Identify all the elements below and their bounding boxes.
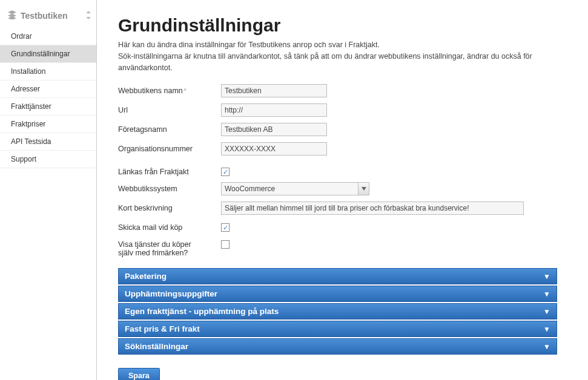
panel-upphamtning[interactable]: Upphämtningsuppgifter ▼ [118,286,557,302]
show-services-checkbox[interactable] [221,240,230,249]
company-name-field[interactable] [221,123,327,136]
chevron-updown-icon [85,11,91,21]
chevron-down-icon: ▼ [543,307,550,316]
panel-sokinstallningar[interactable]: Sökinställningar ▼ [118,338,557,355]
label-org-number: Organisationsnummer [118,142,221,153]
sidebar-item-fraktpriser[interactable]: Fraktpriser [0,116,96,133]
label-show-services: Visa tjänster du köper själv med frimärk… [118,238,221,257]
accordion: Paketering ▼ Upphämtningsuppgifter ▼ Ege… [118,268,557,355]
panel-paketering[interactable]: Paketering ▼ [118,268,557,284]
sidebar-item-ordrar[interactable]: Ordrar [0,28,96,45]
sidebar-header[interactable]: Testbutiken [0,6,96,28]
webshop-name-field[interactable] [221,84,327,97]
label-link-from-fraktjakt: Länkas från Fraktjakt [118,165,221,176]
save-button[interactable]: Spara [118,368,160,380]
sidebar: Testbutiken Ordrar Grundinställningar In… [0,0,97,380]
label-url: Url [118,103,221,114]
chevron-down-icon: ▼ [543,290,550,298]
page-subtitle: Här kan du ändra dina inställningar för … [118,39,588,73]
send-mail-checkbox[interactable]: ✓ [221,223,230,232]
sidebar-item-adresser[interactable]: Adresser [0,80,96,98]
label-short-desc: Kort beskrivning [118,201,221,212]
webshop-system-select[interactable]: WooCommerce [221,182,369,195]
label-send-mail: Skicka mail vid köp [118,221,221,232]
sidebar-item-frakttjanster[interactable]: Frakttjänster [0,98,96,116]
label-company-name: Företagsnamn [118,123,221,134]
sidebar-item-api-testsida[interactable]: API Testsida [0,133,96,151]
short-desc-field[interactable] [221,201,524,215]
link-from-fraktjakt-checkbox[interactable]: ✓ [221,168,230,176]
sidebar-title: Testbutiken [21,11,68,21]
url-field[interactable] [221,103,327,117]
chevron-down-icon: ▼ [543,272,550,281]
settings-form: Webbutikens namn* Url Företagsnamn Organ… [118,84,588,257]
label-webshop-name: Webbutikens namn* [118,84,221,95]
chevron-down-icon: ▼ [543,342,550,351]
panel-egen-frakttjanst[interactable]: Egen frakttjänst - upphämtning på plats … [118,303,557,319]
layers-icon [7,10,17,22]
main-content: Grundinställningar Här kan du ändra dina… [97,0,588,380]
sidebar-item-support[interactable]: Support [0,151,96,168]
sidebar-item-installation[interactable]: Installation [0,63,96,80]
sidebar-item-grundinstallningar[interactable]: Grundinställningar [0,45,96,63]
page-title: Grundinställningar [118,15,588,36]
chevron-down-icon [358,183,369,195]
panel-fast-pris[interactable]: Fast pris & Fri frakt ▼ [118,321,557,337]
chevron-down-icon: ▼ [543,325,550,333]
label-webshop-system: Webbutikssystem [118,182,221,193]
org-number-field[interactable] [221,142,327,156]
